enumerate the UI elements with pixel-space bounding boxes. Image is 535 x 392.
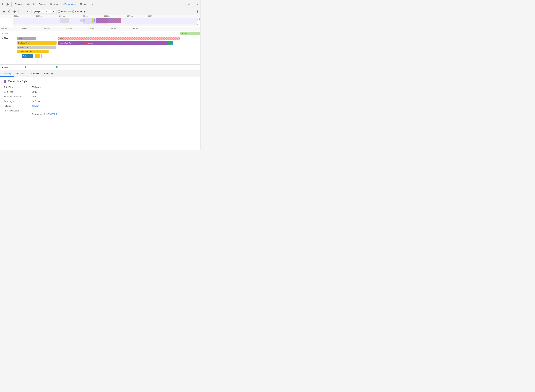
svg-point-2	[3, 11, 5, 13]
memory-checkbox-label[interactable]: Memory	[72, 10, 82, 13]
device-toggle-icon[interactable]	[5, 3, 9, 6]
tick-2250ms: 2250 ms	[131, 28, 138, 30]
tab-call-tree[interactable]: Call Tree	[29, 70, 42, 77]
warning-icon: ⚠	[62, 3, 64, 5]
total-time-value: 55.20 ms	[32, 86, 41, 89]
first-invalidated-anon: (anonymous) @	[4, 113, 48, 115]
record-button[interactable]	[2, 9, 6, 14]
anonymous-bar[interactable]: (anonymous)	[17, 46, 56, 49]
task-bar-1[interactable]: Task	[17, 37, 36, 40]
clear-button[interactable]	[12, 9, 17, 14]
upload-button[interactable]	[20, 9, 24, 14]
initiator-label: Initiator	[4, 105, 32, 107]
self-time-value: 19 μs	[32, 91, 38, 93]
pl-yellow-bar[interactable]	[35, 54, 40, 58]
timeline-overview[interactable]: 500 ms 1000 ms 1500 ms 2000 ms 2500 ms 3…	[0, 15, 200, 27]
nav-tab-memory[interactable]: Memory	[78, 1, 89, 7]
layout-green-bar[interactable]	[168, 41, 171, 45]
frame-block[interactable]: 116.7 ms	[180, 32, 200, 35]
more-options-icon[interactable]: ⋮	[192, 3, 195, 6]
settings-gear-icon[interactable]: ⚙	[196, 10, 199, 13]
evaluate-script-bar[interactable]: Evaluate Script	[17, 41, 56, 45]
small-yellow-1[interactable]	[17, 50, 19, 53]
first-invalidated-label: First Invalidated	[4, 109, 32, 112]
devtools-icon-group	[1, 3, 9, 6]
frames-label: Frames	[0, 33, 16, 35]
pl-bar[interactable]: P...L	[22, 54, 33, 58]
nav-tab-network[interactable]: Network	[49, 1, 60, 7]
ruler-2500ms: 2500 ms	[104, 15, 110, 17]
timeline-ruler: 1950 ms 2000 ms 2050 ms 2100 ms 2150 ms …	[0, 27, 200, 31]
task-bar-2[interactable]: Task	[58, 37, 180, 40]
reload-record-button[interactable]	[7, 9, 11, 14]
first-invalidated-detail: (anonymous) @ VM262:1	[4, 113, 197, 115]
main-track-label: ▼ Main	[0, 36, 16, 64]
nav-tab-more[interactable]: »	[90, 1, 95, 7]
main-track: ▼ Main Task Task Evaluate Script	[0, 36, 200, 65]
gpu-row: ▶ GPU	[0, 65, 200, 70]
memory-checkbox[interactable]	[72, 10, 74, 13]
gpu-dot-1	[25, 66, 26, 68]
tab-event-log[interactable]: Event Log	[42, 70, 56, 77]
cpu-activity-1	[60, 18, 69, 23]
svg-rect-1	[8, 4, 9, 5]
bottom-tabs: Summary Bottom-Up Call Tree Event Log	[0, 70, 200, 77]
gpu-label: ▶ GPU	[0, 66, 16, 69]
elements-affected-value: 1520	[32, 95, 37, 98]
screenshots-checkbox[interactable]	[58, 10, 60, 13]
performance-toolbar: jlwagner.net #1 Screenshots Memory ⚙	[0, 8, 200, 15]
tick-2200ms: 2200 ms	[109, 28, 116, 30]
initiator-link[interactable]: Reveal	[32, 105, 39, 107]
gpu-content	[16, 65, 200, 70]
download-button[interactable]	[25, 9, 30, 14]
cursor-icon[interactable]	[1, 3, 5, 6]
pending-for-row: Pending for 14.5 ms	[4, 100, 197, 103]
nav-divider-1	[11, 2, 12, 7]
summary-color-swatch	[4, 80, 6, 83]
nav-tab-console[interactable]: Console	[25, 1, 37, 7]
ruler-3000ms: 3000 ms	[127, 15, 133, 17]
target-selector[interactable]: jlwagner.net #1	[33, 10, 55, 14]
layout-bar[interactable]: Layout	[87, 41, 172, 45]
nav-tab-sources[interactable]: Sources	[37, 1, 48, 7]
set-inner-html-bar[interactable]: set innerHTML	[20, 50, 49, 53]
nav-tab-performance[interactable]: ⚠ Performance	[60, 1, 78, 7]
summary-title: Recalculate Style	[4, 80, 197, 83]
devtools-frame: Elements Console Sources Network ⚠ Perfo…	[0, 0, 201, 150]
gpu-dot-2	[56, 66, 57, 68]
pending-for-label: Pending for	[4, 100, 32, 103]
timeline-main: 1950 ms 2000 ms 2050 ms 2100 ms 2150 ms …	[0, 27, 200, 70]
blue-indicator	[172, 41, 173, 45]
overview-ruler: 500 ms 1000 ms 1500 ms 2000 ms 2500 ms 3…	[0, 15, 200, 18]
ruler-1000ms: 1000 ms	[36, 15, 42, 17]
tick-2000ms: 2000 ms	[22, 28, 28, 30]
frames-row: Frames 116.7 ms	[0, 31, 200, 36]
main-track-content[interactable]: Task Task Evaluate Script Recalculate St…	[16, 36, 200, 64]
self-time-row: Self Time 19 μs	[4, 91, 197, 93]
tab-summary[interactable]: Summary	[0, 70, 14, 77]
settings-icon[interactable]: ⚙	[188, 3, 191, 6]
recalculate-style-bar[interactable]: Recalculate Style	[58, 41, 86, 45]
target-selector-wrapper: jlwagner.net #1	[33, 10, 55, 14]
frames-content: 116.7 ms	[16, 31, 200, 36]
pending-for-value: 14.5 ms	[32, 100, 40, 103]
toolbar-divider-3	[56, 10, 57, 14]
first-invalidated-link[interactable]: VM262:1	[48, 113, 57, 115]
screenshots-checkbox-label[interactable]: Screenshots	[58, 10, 71, 13]
tick-2150ms: 2150 ms	[88, 28, 94, 30]
tick-2050ms: 2050 ms	[44, 28, 50, 30]
tab-bottom-up[interactable]: Bottom-Up	[14, 70, 29, 77]
top-nav: Elements Console Sources Network ⚠ Perfo…	[0, 0, 200, 8]
svg-rect-0	[6, 3, 8, 5]
total-time-row: Total Time 55.20 ms	[4, 86, 197, 89]
total-time-label: Total Time	[4, 86, 32, 89]
nav-tab-elements[interactable]: Elements	[13, 1, 25, 7]
nav-right-icons: ⚙ ⋮ ✕	[188, 3, 199, 6]
pl-yellow-small[interactable]	[41, 54, 42, 58]
close-icon[interactable]: ✕	[196, 3, 199, 6]
tick-1950ms: 1950 ms	[0, 28, 7, 30]
tick-2100ms: 2100 ms	[66, 28, 72, 30]
ruler-1500ms: 1500 ms	[59, 15, 65, 17]
delete-button[interactable]	[83, 9, 87, 14]
toolbar-divider-1	[18, 10, 19, 14]
